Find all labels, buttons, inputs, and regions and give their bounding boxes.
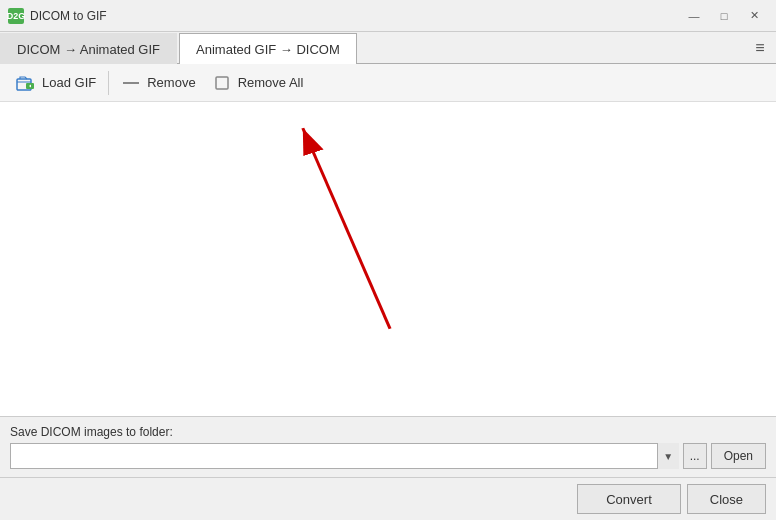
title-bar-left: D2G DICOM to GIF xyxy=(8,8,107,24)
convert-button[interactable]: Convert xyxy=(577,484,681,514)
action-row: Convert Close xyxy=(0,477,776,520)
save-label: Save DICOM images to folder: xyxy=(10,425,766,439)
tab-bar: DICOM → Animated GIF Animated GIF → DICO… xyxy=(0,32,776,64)
remove-all-icon xyxy=(212,75,232,91)
close-button[interactable]: Close xyxy=(687,484,766,514)
svg-line-5 xyxy=(303,128,390,329)
load-gif-icon xyxy=(16,75,36,91)
remove-label: Remove xyxy=(147,75,195,90)
minimize-button[interactable]: — xyxy=(680,5,708,27)
tab-spacer xyxy=(359,32,744,63)
save-folder-section: Save DICOM images to folder: ▼ ... Open xyxy=(0,416,776,477)
maximize-button[interactable]: □ xyxy=(710,5,738,27)
close-window-button[interactable]: ✕ xyxy=(740,5,768,27)
tab-gif-to-dicom[interactable]: Animated GIF → DICOM xyxy=(179,33,357,64)
annotation-arrow xyxy=(0,102,776,416)
dropdown-arrow-button[interactable]: ▼ xyxy=(657,443,679,469)
remove-all-button[interactable]: Remove All xyxy=(204,68,312,97)
browse-button[interactable]: ... xyxy=(683,443,707,469)
menu-button[interactable]: ≡ xyxy=(744,32,776,63)
svg-rect-3 xyxy=(216,77,228,89)
remove-button[interactable]: Remove xyxy=(113,68,203,97)
folder-input-wrap: ▼ xyxy=(10,443,679,469)
load-gif-button[interactable]: Load GIF xyxy=(8,68,104,97)
tab-dicom-to-gif[interactable]: DICOM → Animated GIF xyxy=(0,33,177,64)
open-button[interactable]: Open xyxy=(711,443,766,469)
title-bar: D2G DICOM to GIF — □ ✕ xyxy=(0,0,776,32)
title-bar-controls: — □ ✕ xyxy=(680,5,768,27)
folder-input[interactable] xyxy=(10,443,679,469)
folder-row: ▼ ... Open xyxy=(10,443,766,469)
load-gif-label: Load GIF xyxy=(42,75,96,90)
app-icon: D2G xyxy=(8,8,24,24)
remove-all-label: Remove All xyxy=(238,75,304,90)
window-title: DICOM to GIF xyxy=(30,9,107,23)
remove-icon xyxy=(121,75,141,91)
toolbar-separator-1 xyxy=(108,71,109,95)
toolbar: Load GIF Remove Remove All xyxy=(0,64,776,102)
main-content xyxy=(0,102,776,416)
